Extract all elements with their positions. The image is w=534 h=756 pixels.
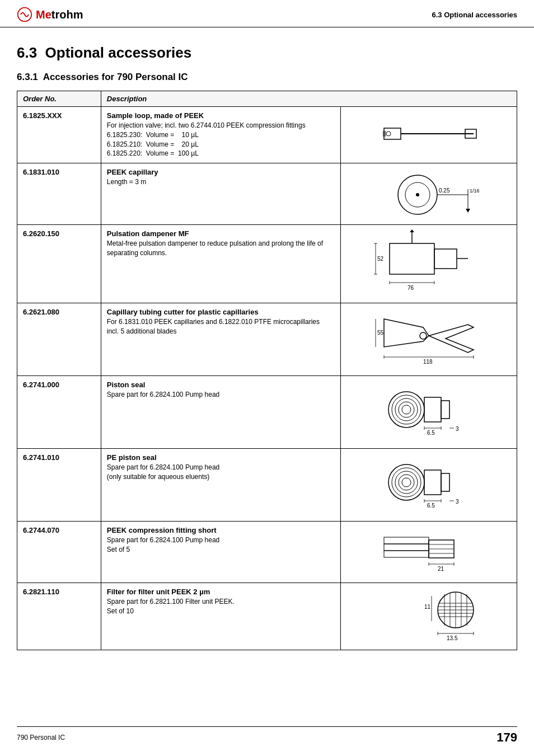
svg-text:21: 21 xyxy=(438,566,444,572)
chapter-title: 6.3 Optional accessories xyxy=(17,44,517,62)
desc-normal-6: Spare part for 6.2824.100 Pump head(only… xyxy=(107,463,335,482)
desc-bold-4: Capillary tubing cutter for plastic capi… xyxy=(107,308,335,316)
img-cell-6: 6.5 3 xyxy=(340,449,517,522)
tubing-cutter-img: 55 118 xyxy=(373,308,485,369)
svg-rect-63 xyxy=(384,551,429,557)
col-header-desc: Description xyxy=(101,91,517,107)
logo-text: Metrohm xyxy=(36,8,83,21)
svg-rect-40 xyxy=(424,397,441,422)
svg-text:3: 3 xyxy=(456,499,459,505)
filter-img: 11 xyxy=(373,588,485,644)
svg-text:0.25: 0.25 xyxy=(439,187,450,194)
svg-point-48 xyxy=(388,464,424,500)
svg-point-8 xyxy=(416,193,419,196)
img-cell-5: 6.5 3 xyxy=(340,376,517,449)
svg-rect-17 xyxy=(390,243,434,274)
svg-point-49 xyxy=(392,468,421,497)
order-no-2: 6.1831.010 xyxy=(17,163,101,225)
desc-normal-4: For 6.1831.010 PEEK capillaries and 6.18… xyxy=(107,317,335,336)
desc-cell-6: PE piston seal Spare part for 6.2824.100… xyxy=(101,449,340,522)
svg-point-51 xyxy=(399,475,414,490)
footer-page: 179 xyxy=(496,730,517,745)
desc-cell-4: Capillary tubing cutter for plastic capi… xyxy=(101,303,340,376)
svg-rect-41 xyxy=(441,401,449,419)
desc-bold-1: Sample loop, made of PEEK xyxy=(107,111,335,120)
desc-bold-8: Filter for filter unit PEEK 2 µm xyxy=(107,588,335,596)
svg-rect-54 xyxy=(441,473,449,491)
table-row: 6.1825.XXX Sample loop, made of PEEK For… xyxy=(17,107,517,163)
img-cell-4: 55 118 xyxy=(340,303,517,376)
order-no-4: 6.2621.080 xyxy=(17,303,101,376)
desc-normal-3: Metal-free pulsation dampener to reduce … xyxy=(107,239,335,258)
order-no-8: 6.2821.110 xyxy=(17,583,101,650)
svg-rect-53 xyxy=(424,470,441,495)
svg-point-36 xyxy=(392,395,421,424)
order-no-5: 6.2741.000 xyxy=(17,376,101,449)
table-row: 6.2821.110 Filter for filter unit PEEK 2… xyxy=(17,583,517,650)
svg-rect-62 xyxy=(384,544,429,551)
section-title: 6.3.1 Accessories for 790 Personal IC xyxy=(17,72,517,83)
table-row: 6.1831.010 PEEK capillary Length = 3 m xyxy=(17,163,517,225)
svg-text:13.5: 13.5 xyxy=(447,635,458,641)
pulsation-dampener-img: 52 76 xyxy=(373,229,485,297)
desc-cell-1: Sample loop, made of PEEK For injection … xyxy=(101,107,340,163)
desc-bold-6: PE piston seal xyxy=(107,453,335,462)
desc-normal-5: Spare part for 6.2824.100 Pump head xyxy=(107,390,335,400)
desc-cell-8: Filter for filter unit PEEK 2 µm Spare p… xyxy=(101,583,340,650)
svg-text:118: 118 xyxy=(423,359,433,365)
desc-cell-5: Piston seal Spare part for 6.2824.100 Pu… xyxy=(101,376,340,449)
svg-text:52: 52 xyxy=(377,256,384,262)
desc-normal-2: Length = 3 m xyxy=(107,177,335,187)
svg-point-39 xyxy=(402,405,411,414)
peek-capillary-img: 0.25 1/16" xyxy=(378,168,479,218)
logo-icon xyxy=(17,7,32,22)
svg-marker-14 xyxy=(466,209,470,213)
img-cell-1 xyxy=(340,107,517,163)
svg-text:6.5: 6.5 xyxy=(427,503,435,509)
svg-point-52 xyxy=(402,478,411,487)
desc-normal-7: Spare part for 6.2824.100 Pump headSet o… xyxy=(107,536,335,555)
desc-bold-2: PEEK capillary xyxy=(107,168,335,176)
main-content: 6.3 Optional accessories 6.3.1 Accessori… xyxy=(0,27,534,667)
img-cell-3: 52 76 xyxy=(340,225,517,303)
img-cell-2: 0.25 1/16" xyxy=(340,163,517,225)
pe-piston-seal-img: 6.5 3 xyxy=(373,453,485,515)
svg-point-38 xyxy=(399,402,414,417)
order-no-7: 6.2744.070 xyxy=(17,522,101,583)
col-header-order: Order No. xyxy=(17,91,101,107)
svg-rect-2 xyxy=(383,131,386,137)
table-row: 6.2621.080 Capillary tubing cutter for p… xyxy=(17,303,517,376)
desc-bold-3: Pulsation dampener MF xyxy=(107,229,335,238)
order-no-1: 6.1825.XXX xyxy=(17,107,101,163)
svg-point-5 xyxy=(386,132,391,136)
desc-bold-5: Piston seal xyxy=(107,381,335,389)
order-no-3: 6.2620.150 xyxy=(17,225,101,303)
svg-point-28 xyxy=(420,332,427,339)
header-section: 6.3 Optional accessories xyxy=(432,11,517,19)
header: Metrohm 6.3 Optional accessories xyxy=(0,0,534,27)
svg-text:6.5: 6.5 xyxy=(427,430,435,436)
table-row: 6.2741.000 Piston seal Spare part for 6.… xyxy=(17,376,517,449)
img-cell-8: 11 xyxy=(340,583,517,650)
compression-fitting-img: 21 xyxy=(373,526,485,576)
svg-text:3: 3 xyxy=(456,426,459,432)
svg-point-35 xyxy=(388,392,424,428)
table-row: 6.2620.150 Pulsation dampener MF Metal-f… xyxy=(17,225,517,303)
svg-text:1/16": 1/16" xyxy=(470,188,479,194)
logo: Metrohm xyxy=(17,7,83,22)
desc-cell-3: Pulsation dampener MF Metal-free pulsati… xyxy=(101,225,340,303)
desc-bold-7: PEEK compression fitting short xyxy=(107,526,335,534)
order-no-6: 6.2741.010 xyxy=(17,449,101,522)
footer-product: 790 Personal IC xyxy=(17,734,65,741)
page: Metrohm 6.3 Optional accessories 6.3 Opt… xyxy=(0,0,534,756)
piston-seal-img: 6.5 3 xyxy=(373,381,485,442)
svg-text:55: 55 xyxy=(377,330,384,336)
table-row: 6.2741.010 PE piston seal Spare part for… xyxy=(17,449,517,522)
accessories-table: Order No. Description 6.1825.XXX Sample … xyxy=(17,91,517,650)
img-cell-7: 21 xyxy=(340,522,517,583)
desc-cell-7: PEEK compression fitting short Spare par… xyxy=(101,522,340,583)
sample-loop-img xyxy=(378,111,479,156)
desc-normal-1: For injection valve; incl. two 6.2744.01… xyxy=(107,121,335,158)
svg-marker-16 xyxy=(410,229,414,232)
svg-text:11: 11 xyxy=(424,604,431,610)
